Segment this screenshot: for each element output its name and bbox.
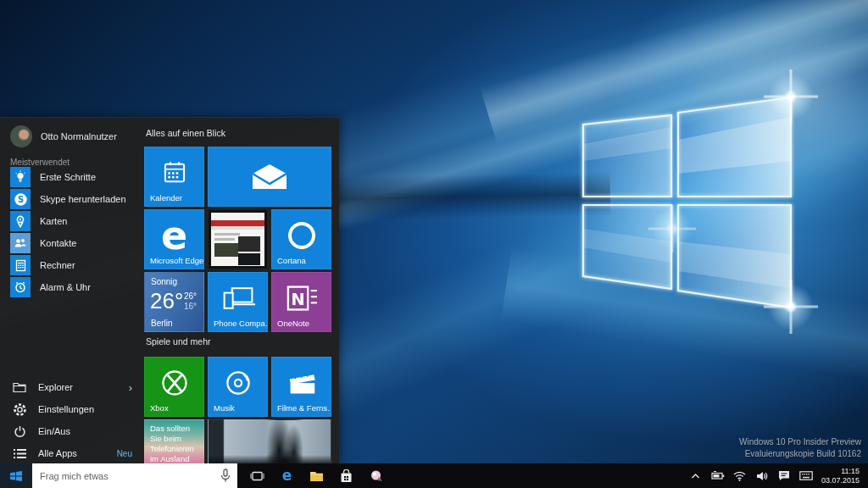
battery-icon[interactable] [708,463,728,488]
clock[interactable]: 11:15 03.07.2015 [818,467,865,485]
search-input[interactable] [40,471,201,481]
menu-item-kontakte[interactable]: Kontakte [10,233,76,253]
desktop: Windows 10 Pro Insider Preview Evaluieru… [0,0,868,488]
tile-news-story[interactable]: Das sollten Sie beim Telefonieren im Aus… [144,419,204,463]
clock-time: 11:15 [821,467,860,476]
tile-musik[interactable]: Musik [208,357,268,417]
menu-item-label: Rechner [40,260,75,270]
news-image [214,243,238,257]
footer-item-label: Ein/Aus [38,426,132,436]
menu-item-label: Erste Schritte [40,172,96,182]
wifi-icon[interactable] [730,463,750,488]
tile-label: Xbox [150,403,169,413]
news-header-bar [211,220,264,226]
menu-item-karten[interactable]: Karten [10,211,67,231]
start-menu-tiles: Alles auf einen Blick Kalender e Microso… [144,118,339,463]
footer-item-alle-apps[interactable]: Alle Apps Neu [12,443,132,463]
footer-item-einstellungen[interactable]: Einstellungen [12,399,132,419]
tile-news-preview[interactable] [208,209,268,269]
tile-label: Kalender [150,193,182,202]
tile-label: Musik [214,403,235,413]
avatar [10,125,32,147]
action-center-icon[interactable] [774,463,794,488]
footer-item-ein-aus[interactable]: Ein/Aus [12,421,132,441]
start-menu: Otto Normalnutzer Meistverwendet Erste S… [0,117,339,463]
news-menu-bar [211,226,264,230]
menu-item-label: Skype herunterladen [40,194,126,204]
weather-high: 26° [184,291,197,301]
map-pin-icon [10,211,31,231]
microphone-icon[interactable] [220,469,231,486]
file-explorer-icon[interactable] [303,463,330,488]
tile-label: Microsoft Edge [150,256,203,265]
tile-filme-fernsehen[interactable]: Filme & Ferns… [271,357,331,417]
footer-item-label: Explorer [38,382,118,392]
tile-cortana[interactable]: Cortana [271,209,331,269]
menu-item-label: Kontakte [40,238,76,248]
menu-item-label: Karten [40,216,67,226]
tile-photo[interactable] [208,419,331,463]
tile-label: OneNote [277,319,309,328]
menu-item-erste-schritte[interactable]: Erste Schritte [10,167,96,187]
folder-icon [12,380,27,395]
touch-keyboard-icon[interactable] [796,463,816,488]
people-icon [10,233,31,253]
skype-icon: S [10,189,31,209]
weather-low: 16° [184,302,197,311]
news-text-line [214,238,235,241]
footer-item-explorer[interactable]: Explorer › [12,377,132,397]
start-button[interactable] [0,463,32,488]
search-box[interactable] [32,463,237,488]
task-view-button[interactable] [244,463,270,488]
tile-phone-companion[interactable]: Phone Compa… [208,272,268,332]
user-name: Otto Normalnutzer [41,131,117,141]
volume-icon[interactable] [752,463,772,488]
watermark-line1: Windows 10 Pro Insider Preview [739,436,861,448]
all-apps-icon [12,446,27,461]
alarm-clock-icon [10,277,31,297]
news-story-text: Das sollten Sie beim Telefonieren im Aus… [150,424,200,463]
lens-flare [648,205,696,252]
games-header: Spiele und mehr [146,336,210,347]
footer-item-label: Alle Apps [38,448,106,458]
menu-item-skype[interactable]: S Skype herunterladen [10,189,126,209]
app-icon[interactable] [363,463,389,488]
store-icon[interactable] [333,463,359,488]
menu-item-rechner[interactable]: Rechner [10,255,75,275]
edge-icon: e [145,217,203,253]
taskbar-pinned-icons: e [244,463,389,488]
onenote-icon: N [272,280,331,316]
new-badge: Neu [117,449,132,458]
tile-microsoft-edge[interactable]: e Microsoft Edge [144,209,204,269]
tile-onenote[interactable]: N OneNote [271,272,331,332]
mail-envelope-icon [209,154,331,199]
svg-text:S: S [17,195,23,204]
windows-logo-icon [9,469,23,483]
tile-mail[interactable] [208,147,331,207]
glance-header: Alles auf einen Blick [146,128,225,138]
weather-temp: 26° [150,288,183,314]
system-tray: 11:15 03.07.2015 [686,463,868,488]
news-image [238,236,260,252]
cortana-icon [272,217,331,253]
lens-flare [764,69,818,124]
start-menu-left-column: Otto Normalnutzer Meistverwendet Erste S… [0,118,141,463]
build-watermark: Windows 10 Pro Insider Preview Evaluieru… [739,436,861,460]
clock-date: 03.07.2015 [821,476,860,485]
user-profile[interactable]: Otto Normalnutzer [10,125,117,147]
tray-expand-chevron[interactable] [686,463,706,488]
menu-item-alarm-uhr[interactable]: Alarm & Uhr [10,277,91,297]
svg-text:N: N [291,290,304,309]
tile-label: Phone Compa… [214,319,268,328]
edge-taskbar-icon[interactable]: e [274,463,300,488]
chevron-right-icon: › [129,381,132,394]
taskbar-spacer [389,463,686,488]
tile-xbox[interactable]: Xbox [144,357,204,417]
news-text-line [214,233,240,236]
gear-icon [12,402,27,417]
calendar-icon [145,154,203,191]
news-page [211,213,264,266]
tile-kalender[interactable]: Kalender [144,147,204,207]
tile-weather[interactable]: Sonnig 26° 26° 16° Berlin [144,272,204,332]
tile-label: Filme & Ferns… [277,403,331,413]
